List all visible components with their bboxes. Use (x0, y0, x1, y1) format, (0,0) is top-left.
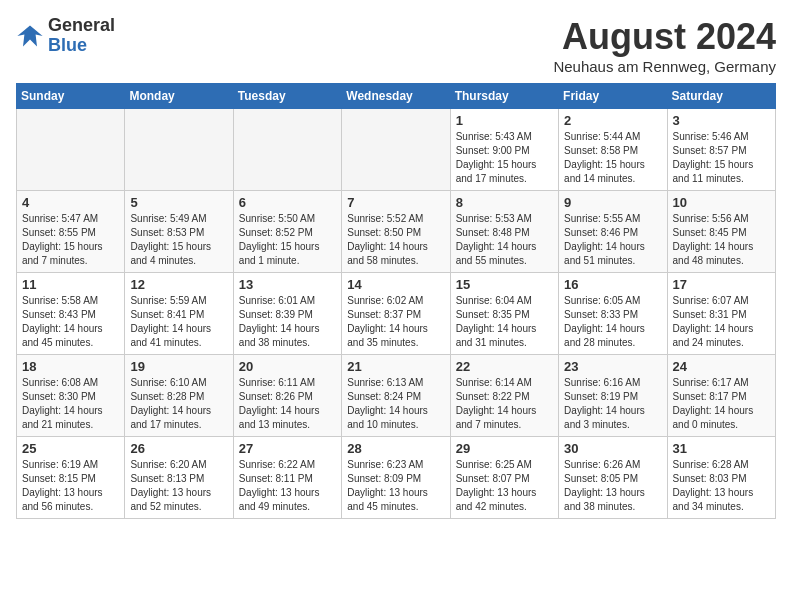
day-number: 12 (130, 277, 227, 292)
day-info: Sunrise: 6:26 AMSunset: 8:05 PMDaylight:… (564, 458, 661, 514)
calendar-week-row: 1Sunrise: 5:43 AMSunset: 9:00 PMDaylight… (17, 109, 776, 191)
day-number: 4 (22, 195, 119, 210)
column-header-thursday: Thursday (450, 84, 558, 109)
day-number: 22 (456, 359, 553, 374)
day-number: 13 (239, 277, 336, 292)
day-info: Sunrise: 6:25 AMSunset: 8:07 PMDaylight:… (456, 458, 553, 514)
day-info: Sunrise: 6:22 AMSunset: 8:11 PMDaylight:… (239, 458, 336, 514)
logo-text: General Blue (48, 16, 115, 56)
calendar-cell (342, 109, 450, 191)
calendar-cell: 21Sunrise: 6:13 AMSunset: 8:24 PMDayligh… (342, 355, 450, 437)
day-info: Sunrise: 5:43 AMSunset: 9:00 PMDaylight:… (456, 130, 553, 186)
calendar-cell: 8Sunrise: 5:53 AMSunset: 8:48 PMDaylight… (450, 191, 558, 273)
calendar-cell: 3Sunrise: 5:46 AMSunset: 8:57 PMDaylight… (667, 109, 775, 191)
calendar-cell: 20Sunrise: 6:11 AMSunset: 8:26 PMDayligh… (233, 355, 341, 437)
calendar-cell: 17Sunrise: 6:07 AMSunset: 8:31 PMDayligh… (667, 273, 775, 355)
day-number: 28 (347, 441, 444, 456)
calendar-cell: 13Sunrise: 6:01 AMSunset: 8:39 PMDayligh… (233, 273, 341, 355)
calendar-week-row: 4Sunrise: 5:47 AMSunset: 8:55 PMDaylight… (17, 191, 776, 273)
calendar-header-row: SundayMondayTuesdayWednesdayThursdayFrid… (17, 84, 776, 109)
calendar-cell (233, 109, 341, 191)
calendar-cell: 30Sunrise: 6:26 AMSunset: 8:05 PMDayligh… (559, 437, 667, 519)
day-info: Sunrise: 6:19 AMSunset: 8:15 PMDaylight:… (22, 458, 119, 514)
column-header-tuesday: Tuesday (233, 84, 341, 109)
calendar-cell: 31Sunrise: 6:28 AMSunset: 8:03 PMDayligh… (667, 437, 775, 519)
calendar-cell: 12Sunrise: 5:59 AMSunset: 8:41 PMDayligh… (125, 273, 233, 355)
day-info: Sunrise: 6:20 AMSunset: 8:13 PMDaylight:… (130, 458, 227, 514)
day-info: Sunrise: 6:14 AMSunset: 8:22 PMDaylight:… (456, 376, 553, 432)
logo-blue: Blue (48, 36, 115, 56)
day-info: Sunrise: 6:13 AMSunset: 8:24 PMDaylight:… (347, 376, 444, 432)
day-number: 29 (456, 441, 553, 456)
day-number: 24 (673, 359, 770, 374)
day-info: Sunrise: 6:16 AMSunset: 8:19 PMDaylight:… (564, 376, 661, 432)
column-header-monday: Monday (125, 84, 233, 109)
calendar-cell: 16Sunrise: 6:05 AMSunset: 8:33 PMDayligh… (559, 273, 667, 355)
column-header-saturday: Saturday (667, 84, 775, 109)
day-number: 6 (239, 195, 336, 210)
calendar-cell: 23Sunrise: 6:16 AMSunset: 8:19 PMDayligh… (559, 355, 667, 437)
day-info: Sunrise: 6:17 AMSunset: 8:17 PMDaylight:… (673, 376, 770, 432)
day-info: Sunrise: 5:49 AMSunset: 8:53 PMDaylight:… (130, 212, 227, 268)
calendar-cell: 15Sunrise: 6:04 AMSunset: 8:35 PMDayligh… (450, 273, 558, 355)
day-number: 7 (347, 195, 444, 210)
column-header-wednesday: Wednesday (342, 84, 450, 109)
calendar-cell: 24Sunrise: 6:17 AMSunset: 8:17 PMDayligh… (667, 355, 775, 437)
calendar-cell: 27Sunrise: 6:22 AMSunset: 8:11 PMDayligh… (233, 437, 341, 519)
day-info: Sunrise: 5:56 AMSunset: 8:45 PMDaylight:… (673, 212, 770, 268)
day-number: 5 (130, 195, 227, 210)
day-info: Sunrise: 5:50 AMSunset: 8:52 PMDaylight:… (239, 212, 336, 268)
day-info: Sunrise: 5:58 AMSunset: 8:43 PMDaylight:… (22, 294, 119, 350)
day-number: 15 (456, 277, 553, 292)
day-info: Sunrise: 6:11 AMSunset: 8:26 PMDaylight:… (239, 376, 336, 432)
calendar-cell: 7Sunrise: 5:52 AMSunset: 8:50 PMDaylight… (342, 191, 450, 273)
day-number: 9 (564, 195, 661, 210)
day-number: 8 (456, 195, 553, 210)
calendar-cell: 4Sunrise: 5:47 AMSunset: 8:55 PMDaylight… (17, 191, 125, 273)
day-number: 3 (673, 113, 770, 128)
calendar-table: SundayMondayTuesdayWednesdayThursdayFrid… (16, 83, 776, 519)
day-number: 11 (22, 277, 119, 292)
day-number: 25 (22, 441, 119, 456)
calendar-cell: 5Sunrise: 5:49 AMSunset: 8:53 PMDaylight… (125, 191, 233, 273)
day-number: 1 (456, 113, 553, 128)
day-number: 31 (673, 441, 770, 456)
calendar-cell: 14Sunrise: 6:02 AMSunset: 8:37 PMDayligh… (342, 273, 450, 355)
logo-general: General (48, 16, 115, 36)
day-number: 21 (347, 359, 444, 374)
day-info: Sunrise: 6:23 AMSunset: 8:09 PMDaylight:… (347, 458, 444, 514)
calendar-cell: 2Sunrise: 5:44 AMSunset: 8:58 PMDaylight… (559, 109, 667, 191)
day-info: Sunrise: 6:02 AMSunset: 8:37 PMDaylight:… (347, 294, 444, 350)
location-subtitle: Neuhaus am Rennweg, Germany (553, 58, 776, 75)
calendar-cell: 10Sunrise: 5:56 AMSunset: 8:45 PMDayligh… (667, 191, 775, 273)
calendar-cell: 1Sunrise: 5:43 AMSunset: 9:00 PMDaylight… (450, 109, 558, 191)
day-info: Sunrise: 6:01 AMSunset: 8:39 PMDaylight:… (239, 294, 336, 350)
calendar-cell: 11Sunrise: 5:58 AMSunset: 8:43 PMDayligh… (17, 273, 125, 355)
calendar-cell: 29Sunrise: 6:25 AMSunset: 8:07 PMDayligh… (450, 437, 558, 519)
day-number: 17 (673, 277, 770, 292)
day-info: Sunrise: 6:07 AMSunset: 8:31 PMDaylight:… (673, 294, 770, 350)
day-number: 30 (564, 441, 661, 456)
day-number: 10 (673, 195, 770, 210)
calendar-cell: 28Sunrise: 6:23 AMSunset: 8:09 PMDayligh… (342, 437, 450, 519)
day-number: 27 (239, 441, 336, 456)
calendar-cell: 6Sunrise: 5:50 AMSunset: 8:52 PMDaylight… (233, 191, 341, 273)
calendar-week-row: 18Sunrise: 6:08 AMSunset: 8:30 PMDayligh… (17, 355, 776, 437)
day-info: Sunrise: 6:28 AMSunset: 8:03 PMDaylight:… (673, 458, 770, 514)
day-info: Sunrise: 6:05 AMSunset: 8:33 PMDaylight:… (564, 294, 661, 350)
day-number: 20 (239, 359, 336, 374)
calendar-cell: 22Sunrise: 6:14 AMSunset: 8:22 PMDayligh… (450, 355, 558, 437)
page-header: General Blue August 2024 Neuhaus am Renn… (16, 16, 776, 75)
day-info: Sunrise: 5:59 AMSunset: 8:41 PMDaylight:… (130, 294, 227, 350)
day-number: 23 (564, 359, 661, 374)
calendar-cell: 26Sunrise: 6:20 AMSunset: 8:13 PMDayligh… (125, 437, 233, 519)
title-area: August 2024 Neuhaus am Rennweg, Germany (553, 16, 776, 75)
column-header-friday: Friday (559, 84, 667, 109)
calendar-cell: 9Sunrise: 5:55 AMSunset: 8:46 PMDaylight… (559, 191, 667, 273)
day-number: 19 (130, 359, 227, 374)
calendar-cell (17, 109, 125, 191)
day-info: Sunrise: 5:44 AMSunset: 8:58 PMDaylight:… (564, 130, 661, 186)
day-number: 16 (564, 277, 661, 292)
day-info: Sunrise: 5:55 AMSunset: 8:46 PMDaylight:… (564, 212, 661, 268)
calendar-week-row: 25Sunrise: 6:19 AMSunset: 8:15 PMDayligh… (17, 437, 776, 519)
